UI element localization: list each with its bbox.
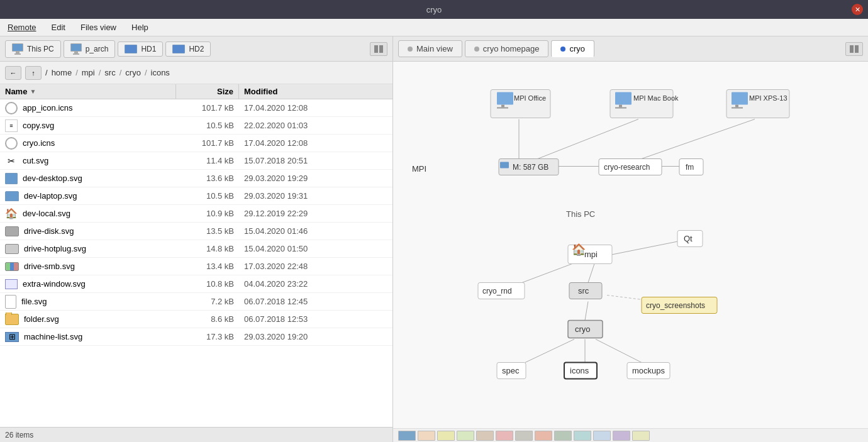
path-src[interactable]: src — [104, 68, 115, 77]
file-modified-cell: 29.03.2020 19:31 — [239, 190, 392, 202]
tab-cryo-homepage[interactable]: cryo homepage — [465, 40, 549, 57]
table-row[interactable]: drive-hotplug.svg 14.8 kB 15.04.2020 01:… — [0, 240, 392, 258]
file-name-cell: dev-desktop.svg — [0, 172, 176, 185]
col-modified-header[interactable]: Modified — [239, 84, 392, 99]
file-modified-cell: 15.07.2018 20:51 — [239, 155, 392, 167]
loc-tab-hd2[interactable]: HD2 — [165, 41, 211, 57]
svg-line-6 — [642, 119, 755, 159]
right-tabs: Main view cryo homepage cryo — [393, 36, 868, 62]
file-icon — [5, 191, 19, 201]
right-panel: Main view cryo homepage cryo — [393, 36, 868, 442]
file-name-cell: ≡ copy.svg — [0, 118, 176, 133]
col-size-header[interactable]: Size — [176, 84, 239, 99]
sort-arrow: ▼ — [30, 88, 36, 95]
left-split-button[interactable] — [370, 42, 387, 56]
tab-dot-cryo-homepage — [474, 47, 479, 52]
color-swatch[interactable] — [418, 431, 435, 441]
color-swatch[interactable] — [398, 431, 416, 441]
tab-main-view-label: Main view — [416, 44, 453, 53]
menu-remote[interactable]: Remote — [5, 21, 39, 33]
file-modified-cell: 06.07.2018 12:53 — [239, 313, 392, 325]
svg-text:cryo_rnd: cryo_rnd — [482, 287, 512, 296]
file-list-header: Name ▼ Size Modified — [0, 84, 392, 99]
color-swatch[interactable] — [515, 431, 533, 441]
table-row[interactable]: 🏠 dev-local.svg 10.9 kB 29.12.2019 22:29 — [0, 205, 392, 223]
file-name-cell: file.svg — [0, 294, 176, 310]
table-row[interactable]: app_icon.icns 101.7 kB 17.04.2020 12:08 — [0, 99, 392, 117]
tab-main-view[interactable]: Main view — [398, 40, 462, 57]
svg-rect-3 — [855, 45, 859, 53]
file-name: folder.svg — [24, 314, 59, 324]
menu-help[interactable]: Help — [129, 21, 151, 33]
loc-tab-hd1[interactable]: HD1 — [118, 41, 163, 57]
svg-line-10 — [588, 264, 594, 283]
color-swatch[interactable] — [457, 431, 474, 441]
path-mpi[interactable]: mpi — [82, 68, 95, 77]
loc-tab-this-pc[interactable]: This PC — [5, 40, 61, 58]
file-size-cell: 10.5 kB — [176, 190, 239, 202]
table-row[interactable]: dev-laptop.svg 10.5 kB 29.03.2020 19:31 — [0, 187, 392, 205]
file-modified-cell: 17.04.2020 12:08 — [239, 137, 392, 149]
file-size-cell: 11.4 kB — [176, 155, 239, 167]
svg-text:MPI Office: MPI Office — [514, 94, 546, 102]
color-swatch[interactable] — [535, 431, 552, 441]
file-name: drive-disk.svg — [24, 226, 74, 236]
table-row[interactable]: extra-window.svg 10.8 kB 04.04.2020 23:2… — [0, 275, 392, 293]
file-modified-cell: 06.07.2018 12:45 — [239, 296, 392, 307]
file-name-cell: dev-laptop.svg — [0, 190, 176, 202]
svg-rect-19 — [500, 162, 509, 169]
svg-text:icons: icons — [570, 366, 589, 375]
path-icons[interactable]: icons — [151, 68, 170, 77]
path-home[interactable]: home — [52, 68, 72, 77]
table-row[interactable]: dev-desktop.svg 13.6 kB 29.03.2020 19:29 — [0, 170, 392, 187]
graph-svg: MPI M: 587 GB cryo-research fm — [393, 62, 868, 428]
color-swatch[interactable] — [554, 431, 572, 441]
tab-cryo[interactable]: cryo — [551, 40, 594, 57]
file-size-cell: 10.5 kB — [176, 119, 239, 131]
svg-line-9 — [607, 241, 682, 256]
file-list-container[interactable]: Name ▼ Size Modified app_icon.icns 101.7… — [0, 84, 392, 427]
svg-text:mpi: mpi — [584, 250, 598, 259]
svg-rect-38 — [732, 108, 743, 109]
file-modified-cell: 17.03.2020 22:48 — [239, 260, 392, 272]
file-modified-cell: 15.04.2020 01:50 — [239, 243, 392, 255]
table-row[interactable]: file.svg 7.2 kB 06.07.2018 12:45 — [0, 293, 392, 311]
color-swatch[interactable] — [476, 431, 494, 441]
menu-edit[interactable]: Edit — [49, 21, 68, 33]
back-button[interactable]: ← — [5, 66, 21, 80]
table-row[interactable]: ≡ copy.svg 10.5 kB 22.02.2020 01:03 — [0, 117, 392, 135]
loc-tab-this-pc-label: This PC — [27, 45, 54, 53]
color-swatch[interactable] — [574, 431, 591, 441]
color-swatch[interactable] — [437, 431, 455, 441]
menu-files-view[interactable]: Files view — [78, 21, 119, 33]
p-arch-icon — [70, 43, 82, 55]
svg-line-16 — [596, 340, 642, 363]
path-root[interactable]: / — [45, 68, 48, 77]
loc-tab-p-arch-label: p_arch — [86, 45, 109, 53]
right-split-button[interactable] — [845, 42, 863, 56]
color-swatch[interactable] — [496, 431, 513, 441]
color-swatch[interactable] — [593, 431, 611, 441]
table-row[interactable]: cryo.icns 101.7 kB 17.04.2020 12:08 — [0, 135, 392, 152]
loc-tab-p-arch[interactable]: p_arch — [64, 40, 116, 58]
this-pc-icon — [12, 43, 23, 55]
path-cryo[interactable]: cryo — [125, 68, 141, 77]
close-button[interactable]: ✕ — [852, 4, 863, 15]
file-name: drive-smb.svg — [24, 262, 75, 271]
table-row[interactable]: drive-smb.svg 13.4 kB 17.03.2020 22:48 — [0, 258, 392, 275]
file-name-cell: ✂ cut.svg — [0, 153, 176, 169]
table-row[interactable]: ✂ cut.svg 11.4 kB 15.07.2018 20:51 — [0, 152, 392, 170]
table-row[interactable]: ⊞ machine-list.svg 17.3 kB 29.03.2020 19… — [0, 328, 392, 346]
svg-rect-27 — [501, 105, 504, 108]
table-row[interactable]: folder.svg 8.6 kB 06.07.2018 12:53 — [0, 311, 392, 328]
svg-rect-0 — [374, 45, 378, 53]
titlebar: cryo ✕ — [0, 0, 868, 19]
col-name-header[interactable]: Name ▼ — [0, 84, 176, 99]
path-bar: ← ↑ / home / mpi / src / cryo / icons — [0, 62, 392, 84]
file-name: extra-window.svg — [23, 279, 86, 289]
table-row[interactable]: drive-disk.svg 13.5 kB 15.04.2020 01:46 — [0, 223, 392, 240]
up-button[interactable]: ↑ — [25, 66, 42, 80]
file-name-cell: ⊞ machine-list.svg — [0, 331, 176, 343]
color-swatch[interactable] — [613, 431, 630, 441]
color-swatch[interactable] — [632, 431, 650, 441]
